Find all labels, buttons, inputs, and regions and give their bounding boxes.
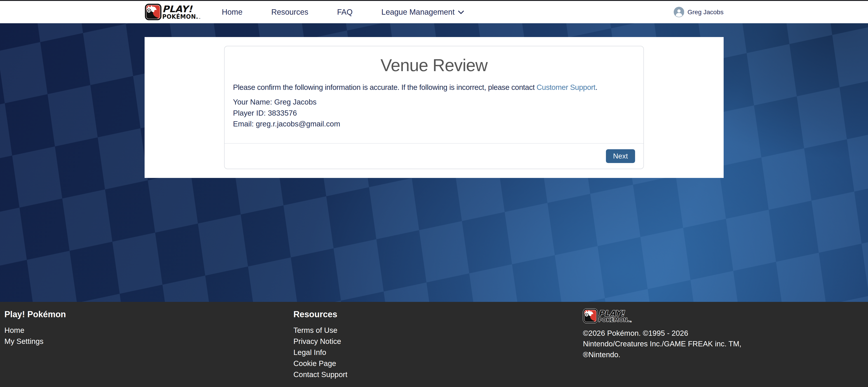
pokeball-trainer-icon <box>145 4 161 20</box>
primary-nav: Home Resources FAQ League Management <box>222 8 464 17</box>
site-footer: Play! Pokémon Home My Settings Resources… <box>0 302 868 387</box>
copyright-text: ©2026 Pokémon. ©1995 - 2026 Nintendo/Cre… <box>583 328 857 360</box>
footer-link-privacy-notice[interactable]: Privacy Notice <box>293 337 583 345</box>
nav-faq[interactable]: FAQ <box>337 8 353 17</box>
user-avatar-icon <box>674 7 684 18</box>
customer-support-link[interactable]: Customer Support <box>536 83 595 91</box>
content-panel: Venue Review Please confirm the followin… <box>145 37 724 178</box>
logo-trademark: ™ <box>630 321 631 323</box>
copyright-line-2: Nintendo/Creatures Inc./GAME FREAK inc. … <box>583 340 741 348</box>
confirmation-text-start: Please confirm the following information… <box>233 83 536 91</box>
play-pokemon-logo[interactable]: PLAY! POKÉMON. ™ <box>145 3 202 21</box>
your-name-line: Your Name: Greg Jacobs <box>233 97 635 107</box>
next-button[interactable]: Next <box>606 149 635 163</box>
footer-column-play-pokemon: Play! Pokémon Home My Settings <box>4 309 293 382</box>
chevron-down-icon <box>458 11 464 14</box>
copyright-line-3: ®Nintendo. <box>583 350 620 359</box>
logo-play-text: PLAY! <box>598 309 625 318</box>
footer-link-legal-info[interactable]: Legal Info <box>293 349 583 356</box>
footer-column-resources: Resources Terms of Use Privacy Notice Le… <box>293 309 583 382</box>
top-navigation-bar: PLAY! POKÉMON. ™ Home Resources FAQ Leag… <box>0 0 868 23</box>
footer-column-legal: PLAY! POKÉMON. ™ ©2026 Pokémon. ©1995 - … <box>583 309 868 382</box>
user-name: Greg Jacobs <box>687 8 724 16</box>
footer-link-my-settings[interactable]: My Settings <box>4 337 293 345</box>
play-pokemon-logo-image: PLAY! POKÉMON. ™ <box>145 3 202 21</box>
footer-heading-play-pokemon: Play! Pokémon <box>4 310 293 319</box>
logo-trademark: ™ <box>198 18 200 20</box>
footer-link-contact-support[interactable]: Contact Support <box>293 371 583 379</box>
email-line: Email: greg.r.jacobs@gmail.com <box>233 119 635 129</box>
logo-play-text: PLAY! <box>162 4 193 15</box>
nav-container: PLAY! POKÉMON. ™ Home Resources FAQ Leag… <box>145 1 724 23</box>
player-id-line: Player ID: 3833576 <box>233 108 635 119</box>
card-body: Venue Review Please confirm the followin… <box>224 46 643 143</box>
user-menu[interactable]: Greg Jacobs <box>674 7 724 18</box>
pokeball-trainer-icon <box>583 309 597 323</box>
play-pokemon-footer-logo: PLAY! POKÉMON. ™ <box>583 309 632 323</box>
footer-link-cookie-page[interactable]: Cookie Page <box>293 360 583 367</box>
venue-review-page: PLAY! POKÉMON. ™ Home Resources FAQ Leag… <box>0 0 868 387</box>
card-footer: Next <box>224 143 643 169</box>
footer-link-home[interactable]: Home <box>4 326 293 334</box>
page-background: Venue Review Please confirm the followin… <box>0 23 868 302</box>
footer-heading-resources: Resources <box>293 310 583 319</box>
logo-pokemon-text: POKÉMON. <box>598 317 630 323</box>
nav-home[interactable]: Home <box>222 8 243 17</box>
footer-link-terms-of-use[interactable]: Terms of Use <box>293 326 583 334</box>
nav-league-management-label: League Management <box>381 8 455 17</box>
confirmation-text: Please confirm the following information… <box>233 82 635 93</box>
copyright-line-1: ©2026 Pokémon. ©1995 - 2026 <box>583 329 688 337</box>
logo-pokemon-text: POKÉMON. <box>162 13 198 20</box>
venue-review-card: Venue Review Please confirm the followin… <box>224 46 644 169</box>
confirmation-text-end: . <box>595 83 597 91</box>
nav-league-management[interactable]: League Management <box>381 8 464 17</box>
page-title: Venue Review <box>233 55 635 75</box>
nav-resources[interactable]: Resources <box>271 8 308 17</box>
